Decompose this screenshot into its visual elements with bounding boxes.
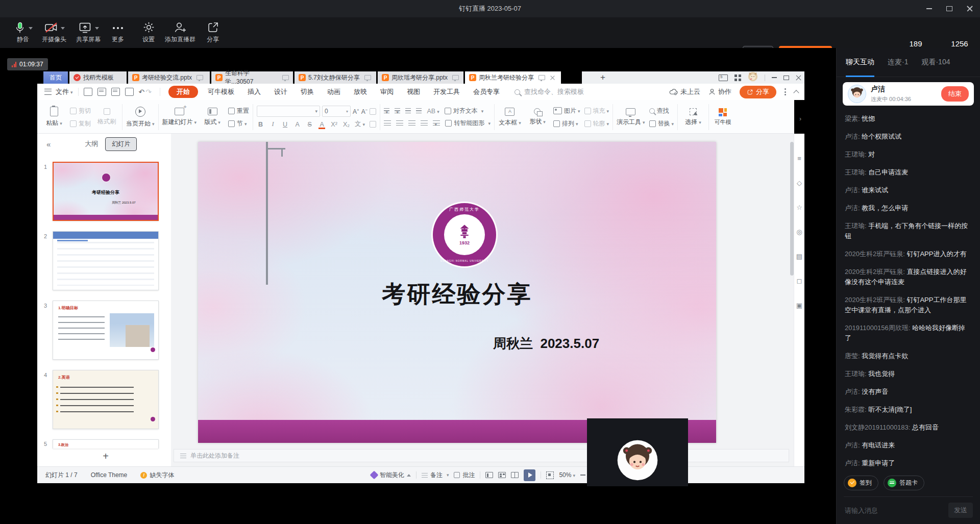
export-icon[interactable] bbox=[97, 88, 106, 96]
collapse-panel-icon[interactable]: « bbox=[46, 140, 51, 148]
tab-watchers[interactable]: 观看·104 bbox=[921, 48, 950, 77]
keniu-template-button[interactable]: 可牛模 bbox=[713, 108, 733, 126]
minimize-button[interactable] bbox=[919, 0, 939, 17]
file-menu[interactable]: 文件 bbox=[56, 87, 73, 96]
justify-icon[interactable] bbox=[421, 120, 428, 126]
charts-pane-icon[interactable] bbox=[796, 293, 802, 317]
tabs-grid-icon[interactable] bbox=[734, 74, 741, 81]
slideshow-button[interactable] bbox=[524, 469, 535, 481]
close-tab-icon[interactable] bbox=[550, 76, 555, 80]
zoom-out-icon[interactable] bbox=[580, 475, 585, 476]
chat-messages[interactable]: 梁素恍惚 卢洁给个权限试试 王珺瑜对 王珺瑜自己申请连麦 卢洁谁来试试 卢洁教我… bbox=[837, 109, 980, 472]
decrease-indent-icon[interactable] bbox=[405, 108, 411, 114]
subscript-button[interactable]: X₂ bbox=[342, 121, 350, 128]
char-border-button[interactable]: A bbox=[293, 121, 301, 128]
slide-thumbnail-2[interactable] bbox=[53, 231, 159, 290]
print-icon[interactable] bbox=[111, 88, 120, 96]
hamburger-icon[interactable] bbox=[44, 89, 52, 95]
slide-thumbnail-5[interactable]: 3.政治 bbox=[53, 439, 159, 448]
textbox-button[interactable]: 文本框 bbox=[498, 108, 522, 127]
tab-doc-3[interactable]: 5.7刘文静保研分享 bbox=[295, 71, 376, 84]
resources-icon[interactable] bbox=[796, 219, 802, 244]
fill-button[interactable]: 填充 bbox=[584, 107, 609, 115]
smart-beautify-button[interactable]: 智能美化 bbox=[371, 471, 411, 480]
zoom-level[interactable]: 50% bbox=[559, 471, 575, 479]
font-family-select[interactable] bbox=[257, 106, 320, 117]
increase-indent-icon[interactable] bbox=[416, 108, 422, 114]
favorites-icon[interactable] bbox=[796, 195, 802, 219]
tab-doc-2[interactable]: 生命科学学...30507 bbox=[211, 71, 293, 84]
underline-button[interactable]: U bbox=[281, 121, 289, 128]
line-spacing-icon[interactable] bbox=[433, 120, 440, 126]
slide-canvas[interactable]: 广西师范大学 1932 GUANGXI NORMAL UNIVERSITY 考研… bbox=[198, 142, 716, 443]
font-size-select[interactable]: 0▾ bbox=[322, 106, 351, 117]
wps-share-button[interactable]: 分享 bbox=[740, 86, 776, 98]
find-button[interactable]: 查找 bbox=[649, 107, 674, 115]
check-in-button[interactable]: 签到 bbox=[844, 476, 878, 490]
paste-button[interactable]: 粘贴 bbox=[42, 107, 66, 128]
align-right-icon[interactable] bbox=[408, 120, 415, 126]
new-tab-button[interactable] bbox=[597, 71, 609, 84]
tab-doc-1[interactable]: 考研经验交流.pptx bbox=[128, 71, 210, 84]
select-button[interactable]: 选择 bbox=[681, 108, 705, 127]
ribbon-tab-transition[interactable]: 切换 bbox=[294, 87, 321, 96]
reading-view-button[interactable] bbox=[511, 472, 519, 478]
tab-doc-active[interactable]: 周秋兰考研经验分享 bbox=[465, 71, 561, 84]
new-slide-button[interactable]: 新建幻灯片 bbox=[162, 108, 197, 127]
shapes-button[interactable]: 形状 bbox=[526, 108, 549, 126]
numbering-icon[interactable] bbox=[395, 108, 400, 114]
scrollbar-thumb[interactable] bbox=[790, 142, 794, 276]
font-color-button[interactable]: A bbox=[318, 121, 326, 128]
add-slide-button[interactable] bbox=[86, 451, 125, 462]
collapse-ribbon-icon[interactable] bbox=[793, 90, 799, 95]
section-button[interactable]: 节 bbox=[228, 119, 249, 128]
split-view-icon[interactable] bbox=[719, 74, 728, 81]
replace-button[interactable]: 替换 bbox=[649, 119, 674, 128]
align-left-icon[interactable] bbox=[384, 120, 391, 126]
ribbon-tab-insert[interactable]: 插入 bbox=[241, 87, 267, 96]
end-mic-button[interactable]: 结束 bbox=[941, 86, 969, 102]
missing-font-warning[interactable]: 缺失字体 bbox=[140, 471, 174, 480]
message-input[interactable] bbox=[844, 506, 944, 515]
ribbon-expand-icon[interactable]: › bbox=[799, 115, 801, 122]
icons-library-icon[interactable] bbox=[797, 268, 802, 293]
mute-button[interactable]: 静音 bbox=[5, 21, 41, 44]
format-painter-button[interactable]: 格式刷 bbox=[95, 108, 118, 126]
tab-chat[interactable]: 聊天互动 bbox=[846, 48, 874, 77]
chevron-down-icon[interactable] bbox=[95, 27, 99, 30]
notes-toggle[interactable]: 备注 bbox=[422, 471, 449, 480]
tab-mic-link[interactable]: 连麦·1 bbox=[888, 48, 908, 77]
ribbon-tab-animation[interactable]: 动画 bbox=[321, 87, 347, 96]
ribbon-tab-view[interactable]: 视图 bbox=[400, 87, 427, 96]
picture-button[interactable]: 图片 bbox=[553, 107, 580, 115]
add-live-group-button[interactable]: 添加直播群 bbox=[162, 21, 198, 44]
tab-docer-templates[interactable]: 找稻壳模板 bbox=[69, 71, 127, 84]
layout-pane-icon[interactable] bbox=[796, 244, 802, 268]
normal-view-button[interactable] bbox=[485, 472, 493, 478]
presentation-tools-button[interactable]: 演示工具 bbox=[617, 108, 645, 127]
vertical-scrollbar[interactable] bbox=[790, 142, 794, 443]
chevron-down-icon[interactable] bbox=[61, 27, 65, 30]
wps-restore-icon[interactable] bbox=[783, 76, 789, 80]
account-avatar[interactable] bbox=[748, 71, 758, 84]
undo-icon[interactable]: ↶ bbox=[139, 88, 145, 96]
play-from-current-button[interactable]: 当页开始 bbox=[126, 107, 155, 128]
text-direction-icon[interactable]: AB bbox=[427, 108, 439, 115]
save-icon[interactable] bbox=[84, 88, 92, 96]
bold-button[interactable]: B bbox=[257, 121, 264, 128]
pinyin-button[interactable]: 文 bbox=[355, 120, 365, 129]
properties-icon[interactable] bbox=[797, 146, 801, 170]
tab-doc-4[interactable]: 周欣瑶考研分享.pptx bbox=[378, 71, 463, 84]
bullets-icon[interactable] bbox=[384, 108, 389, 114]
clear-format-icon[interactable] bbox=[370, 108, 376, 115]
copy-button[interactable]: 复制 bbox=[70, 119, 91, 128]
align-text-button[interactable]: 对齐文本 bbox=[445, 107, 484, 115]
slide-thumbnail-3[interactable]: 1.明确目标 bbox=[53, 301, 159, 360]
superscript-button[interactable]: X² bbox=[330, 121, 338, 128]
cut-button[interactable]: 剪切 bbox=[70, 107, 91, 115]
fit-slide-icon[interactable] bbox=[546, 471, 554, 479]
ribbon-tab-member[interactable]: 会员专享 bbox=[467, 87, 506, 96]
sorter-view-button[interactable] bbox=[498, 472, 506, 478]
beautify-icon[interactable] bbox=[797, 170, 802, 195]
send-button[interactable]: 发送 bbox=[948, 503, 973, 518]
